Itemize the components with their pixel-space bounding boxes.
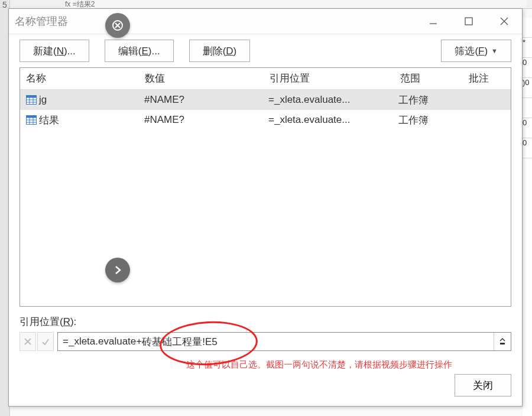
cell-comment [460,118,511,122]
list-body[interactable]: jg#NAME?=_xleta.evaluate...工作簿结果#NAME?=_… [20,90,511,306]
edit-button[interactable]: 编辑(E)... [105,40,174,62]
svg-rect-1 [465,18,472,25]
list-header: 名称 数值 引用位置 范围 批注 [20,68,511,90]
reference-label: 引用位置(R): [20,315,511,329]
collapse-dialog-button[interactable] [494,333,511,350]
table-row[interactable]: jg#NAME?=_xleta.evaluate...工作簿 [20,90,511,110]
ref-cancel-button[interactable] [20,332,36,351]
cell-name: jg [20,92,138,108]
col-value[interactable]: 数值 [139,68,264,89]
cell-value: #NAME? [138,92,262,108]
table-row[interactable]: 结果#NAME?=_xleta.evaluate...工作簿 [20,110,511,130]
overlay-next-circle[interactable] [105,258,130,282]
dialog-titlebar: 名称管理器 [9,9,522,34]
formula-bar-remnant: fx =结果2 [65,0,526,8]
reference-section: 引用位置(R): =_xleta.evaluate+砖基础工程量!E5 [20,315,511,351]
close-button[interactable]: 关闭 [455,374,511,396]
cell-scope: 工作簿 [392,111,460,129]
col-comment[interactable]: 批注 [463,68,511,89]
filter-button-label: 筛选(F) [455,44,488,58]
dropdown-arrow-icon: ▼ [491,47,498,54]
edit-button-label: 编辑(E)... [118,44,160,58]
col-scope[interactable]: 范围 [394,68,463,89]
cell-ref: =_xleta.evaluate... [262,112,392,128]
names-list: 名称 数值 引用位置 范围 批注 jg#NAME?=_xleta.evaluat… [20,67,511,307]
overlay-close-circle[interactable] [105,13,130,38]
col-ref[interactable]: 引用位置 [264,68,394,89]
partial-right-column: *0)000 [523,18,532,416]
cell-name: 结果 [20,111,138,129]
delete-button[interactable]: 删除(D) [189,40,251,62]
dialog-title: 名称管理器 [15,14,68,28]
annotation-text: 这个值可以自己选。截图一两句说不清楚，请根据视频步骤进行操作 [9,359,511,370]
svg-rect-11 [27,116,37,118]
cell-comment [460,98,511,102]
dialog-toolbar: 新建(N)... 编辑(E)... 删除(D) 筛选(F) ▼ [9,34,522,67]
maximize-button[interactable] [451,9,486,34]
cell-scope: 工作簿 [392,91,460,109]
dialog-footer: 关闭 [9,370,522,406]
window-close-button[interactable] [486,9,522,34]
minimize-button[interactable] [416,9,451,34]
new-button[interactable]: 新建(N)... [20,40,89,62]
ref-value-highlight: 砖基础工程量!E5 [142,335,218,349]
ref-value-prefix: =_xleta.evaluate+ [63,336,142,347]
svg-rect-5 [27,96,37,98]
new-button-label: 新建(N)... [33,44,76,58]
filter-button[interactable]: 筛选(F) ▼ [441,40,511,62]
col-name[interactable]: 名称 [20,68,139,89]
name-manager-dialog: 名称管理器 新建(N)... 编辑(E)... 删除(D) 筛选(F) ▼ 名称… [8,8,523,407]
delete-button-label: 删除(D) [203,44,237,58]
cell-value: #NAME? [138,112,262,128]
formula-text: fx =结果2 [65,0,95,8]
reference-input[interactable]: =_xleta.evaluate+砖基础工程量!E5 [57,332,511,351]
ref-confirm-button[interactable] [37,332,54,351]
cell-ref: =_xleta.evaluate... [262,92,392,108]
reference-row: =_xleta.evaluate+砖基础工程量!E5 [20,332,511,351]
svg-rect-18 [500,343,505,344]
